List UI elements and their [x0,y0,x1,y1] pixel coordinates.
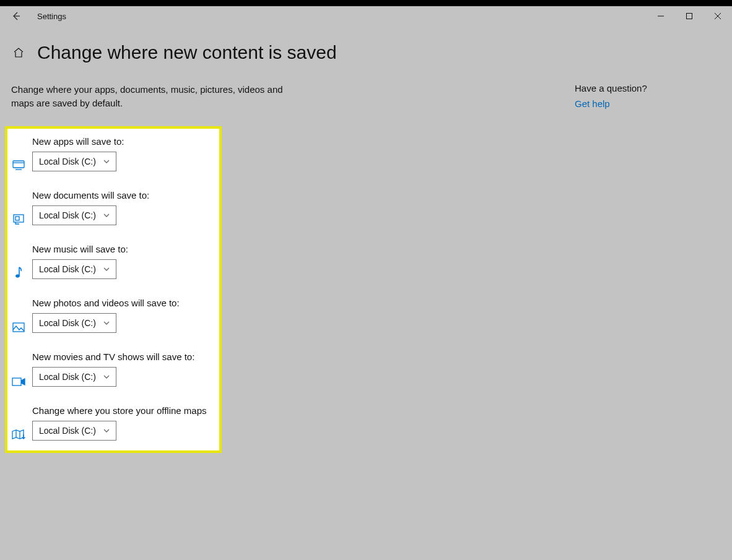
titlebar: Settings [0,6,732,26]
svg-rect-8 [15,217,19,220]
svg-rect-1 [687,14,692,19]
movies-dropdown[interactable]: Local Disk (C:) [32,367,116,387]
chevron-down-icon [102,426,111,435]
maps-dropdown[interactable]: Local Disk (C:) [32,421,116,441]
photos-dropdown[interactable]: Local Disk (C:) [32,313,116,333]
apps-dropdown[interactable]: Local Disk (C:) [32,152,116,171]
setting-apps: New apps will save to: Local Disk (C:) [10,132,214,171]
chevron-down-icon [102,373,111,381]
setting-maps: Change where you store your offline maps… [10,402,214,441]
page-title: Change where new content is saved [37,42,337,63]
setting-movies: New movies and TV shows will save to: Lo… [10,348,214,387]
help-panel: Have a question? Get help [575,83,647,453]
dropdown-value: Local Disk (C:) [39,264,96,274]
chevron-down-icon [102,211,111,220]
page-header: Change where new content is saved [0,26,732,63]
setting-photos: New photos and videos will save to: Loca… [10,294,214,333]
back-button[interactable] [9,9,24,24]
maps-icon [10,428,27,441]
highlight-box: New apps will save to: Local Disk (C:) [5,126,222,453]
close-button[interactable] [704,6,732,26]
setting-label: New movies and TV shows will save to: [32,351,214,362]
page-description: Change where your apps, documents, music… [11,83,284,110]
movies-icon [10,377,27,387]
music-dropdown[interactable]: Local Disk (C:) [32,259,116,279]
window-controls [647,6,732,26]
dropdown-value: Local Disk (C:) [39,210,96,220]
setting-label: New photos and videos will save to: [32,298,214,308]
maximize-button[interactable] [675,6,704,26]
setting-music: New music will save to: Local Disk (C:) [10,240,214,279]
app-title: Settings [37,12,66,21]
dropdown-value: Local Disk (C:) [39,426,96,436]
minimize-button[interactable] [647,6,675,26]
setting-documents: New documents will save to: Local Disk (… [10,186,214,225]
chevron-down-icon [102,157,111,166]
chevron-down-icon [102,319,111,327]
dropdown-value: Local Disk (C:) [39,157,96,166]
dropdown-value: Local Disk (C:) [39,318,96,328]
photos-icon [10,322,27,333]
documents-icon [10,213,27,225]
setting-label: New music will save to: [32,244,214,254]
setting-label: New documents will save to: [32,190,214,200]
get-help-link[interactable]: Get help [575,98,647,109]
svg-point-9 [16,274,20,277]
chevron-down-icon [102,265,111,274]
window-top-strip [0,0,732,6]
help-question: Have a question? [575,83,647,93]
apps-icon [10,159,27,171]
documents-dropdown[interactable]: Local Disk (C:) [32,205,116,225]
svg-rect-4 [13,161,24,168]
music-icon [10,265,27,279]
setting-label: New apps will save to: [32,136,214,147]
svg-rect-11 [12,378,21,386]
dropdown-value: Local Disk (C:) [39,372,96,382]
setting-label: Change where you store your offline maps [32,405,214,416]
home-button[interactable] [12,46,25,59]
